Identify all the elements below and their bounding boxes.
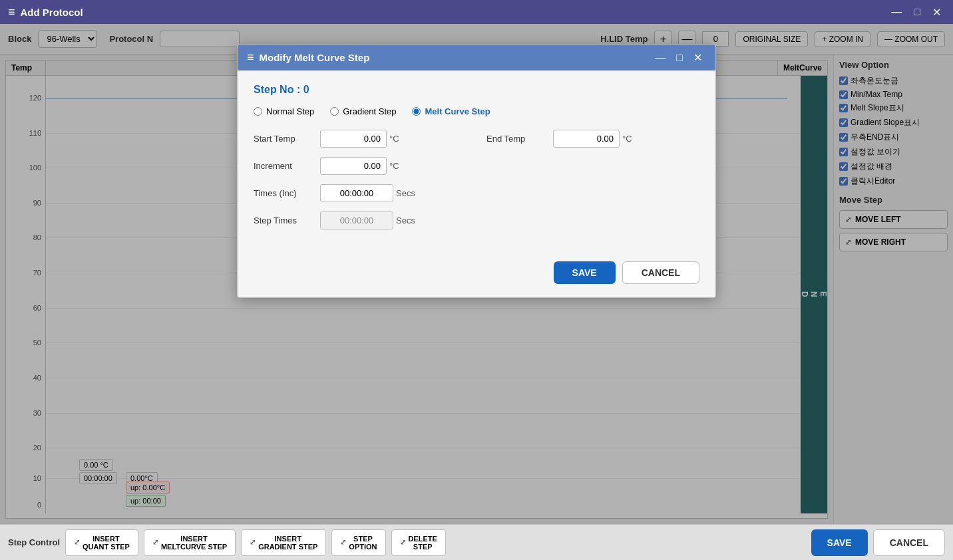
step-times-unit: Secs bbox=[396, 215, 415, 225]
radio-melt-curve-label: Melt Curve Step bbox=[425, 106, 490, 116]
step-control-label: Step Control bbox=[8, 537, 60, 547]
modal-body: Step No : 0 Normal Step Gradient Step Me… bbox=[238, 70, 715, 253]
step-option-label: STEPOPTION bbox=[349, 535, 377, 551]
start-temp-input[interactable] bbox=[320, 130, 387, 148]
title-bar-icon: ≡ bbox=[8, 5, 15, 19]
main-cancel-button[interactable]: CANCEL bbox=[873, 529, 945, 556]
start-temp-unit: °C bbox=[389, 134, 399, 144]
modal-title-bar: ≡ Modify Melt Curve Step — □ ✕ bbox=[238, 45, 715, 70]
step-times-row: Step Times Secs bbox=[254, 211, 467, 229]
start-temp-label: Start Temp bbox=[254, 134, 313, 144]
step-option-icon: ⤢ bbox=[340, 538, 346, 547]
step-times-input-wrap: Secs bbox=[320, 211, 415, 229]
start-temp-row: Start Temp °C bbox=[254, 130, 467, 148]
radio-melt-curve-input[interactable] bbox=[412, 107, 421, 116]
radio-melt-curve-step[interactable]: Melt Curve Step bbox=[412, 106, 490, 116]
modal-save-button[interactable]: SAVE bbox=[554, 261, 616, 284]
times-inc-row: Times (Inc) Secs bbox=[254, 184, 467, 202]
insert-quant-icon: ⤢ bbox=[74, 538, 80, 547]
step-control-bar: Step Control ⤢ INSERTQUANT STEP ⤢ INSERT… bbox=[0, 524, 953, 560]
modal-minimize-button[interactable]: — bbox=[651, 50, 669, 65]
increment-input[interactable] bbox=[320, 157, 387, 175]
radio-normal-label: Normal Step bbox=[266, 106, 314, 116]
main-window: ≡ Add Protocol — □ ✕ Block 96-Wells Prot… bbox=[0, 0, 953, 560]
insert-gradient-icon: ⤢ bbox=[250, 538, 256, 547]
modal-cancel-button[interactable]: CANCEL bbox=[622, 261, 699, 284]
modal-title: Modify Melt Curve Step bbox=[260, 52, 370, 63]
end-temp-input[interactable] bbox=[553, 130, 620, 148]
close-button[interactable]: ✕ bbox=[928, 5, 945, 20]
times-inc-input[interactable] bbox=[320, 184, 393, 202]
end-temp-unit: °C bbox=[622, 134, 632, 144]
increment-row: Increment °C bbox=[254, 157, 467, 175]
delete-step-label: DELETESTEP bbox=[409, 535, 437, 551]
increment-input-wrap: °C bbox=[320, 157, 399, 175]
times-inc-unit: Secs bbox=[396, 188, 415, 198]
times-inc-label: Times (Inc) bbox=[254, 188, 313, 198]
modal-close-button[interactable]: ✕ bbox=[689, 50, 706, 65]
delete-step-icon: ⤢ bbox=[400, 538, 406, 547]
end-temp-input-wrap: °C bbox=[553, 130, 632, 148]
end-temp-label: End Temp bbox=[486, 134, 546, 144]
modal-dialog: ≡ Modify Melt Curve Step — □ ✕ Step No :… bbox=[237, 44, 716, 298]
insert-gradient-label: INSERTGRADIENT STEP bbox=[258, 535, 317, 551]
start-temp-input-wrap: °C bbox=[320, 130, 399, 148]
minimize-button[interactable]: — bbox=[887, 5, 906, 20]
radio-gradient-input[interactable] bbox=[330, 107, 339, 116]
step-times-label: Step Times bbox=[254, 215, 313, 225]
maximize-button[interactable]: □ bbox=[910, 5, 924, 20]
insert-meltcurve-icon: ⤢ bbox=[152, 538, 158, 547]
insert-meltcurve-label: INSERTMELTCURVE STEP bbox=[161, 535, 227, 551]
increment-label: Increment bbox=[254, 161, 313, 171]
radio-gradient-label: Gradient Step bbox=[343, 106, 396, 116]
times-inc-input-wrap: Secs bbox=[320, 184, 415, 202]
insert-gradient-step-button[interactable]: ⤢ INSERTGRADIENT STEP bbox=[241, 529, 326, 556]
step-times-input bbox=[320, 211, 393, 229]
increment-unit: °C bbox=[389, 161, 399, 171]
title-bar-controls: — □ ✕ bbox=[887, 5, 945, 20]
modal-overlay: ≡ Modify Melt Curve Step — □ ✕ Step No :… bbox=[0, 24, 953, 524]
delete-step-button[interactable]: ⤢ DELETESTEP bbox=[391, 529, 446, 556]
modal-maximize-button[interactable]: □ bbox=[672, 50, 687, 65]
main-window-title: Add Protocol bbox=[21, 7, 83, 18]
step-no: Step No : 0 bbox=[254, 84, 699, 96]
radio-normal-input[interactable] bbox=[254, 107, 262, 116]
insert-quant-step-button[interactable]: ⤢ INSERTQUANT STEP bbox=[65, 529, 138, 556]
modal-title-icon: ≡ bbox=[247, 51, 254, 65]
modal-title-controls: — □ ✕ bbox=[651, 50, 706, 65]
end-temp-row: End Temp °C bbox=[486, 130, 699, 148]
modal-footer: SAVE CANCEL bbox=[238, 253, 715, 297]
radio-group: Normal Step Gradient Step Melt Curve Ste… bbox=[254, 106, 699, 116]
title-bar: ≡ Add Protocol — □ ✕ bbox=[0, 0, 953, 24]
step-option-button[interactable]: ⤢ STEPOPTION bbox=[331, 529, 385, 556]
insert-quant-label: INSERTQUANT STEP bbox=[83, 535, 130, 551]
insert-meltcurve-step-button[interactable]: ⤢ INSERTMELTCURVE STEP bbox=[144, 529, 236, 556]
main-save-button[interactable]: SAVE bbox=[811, 529, 868, 556]
radio-gradient-step[interactable]: Gradient Step bbox=[330, 106, 396, 116]
radio-normal-step[interactable]: Normal Step bbox=[254, 106, 314, 116]
